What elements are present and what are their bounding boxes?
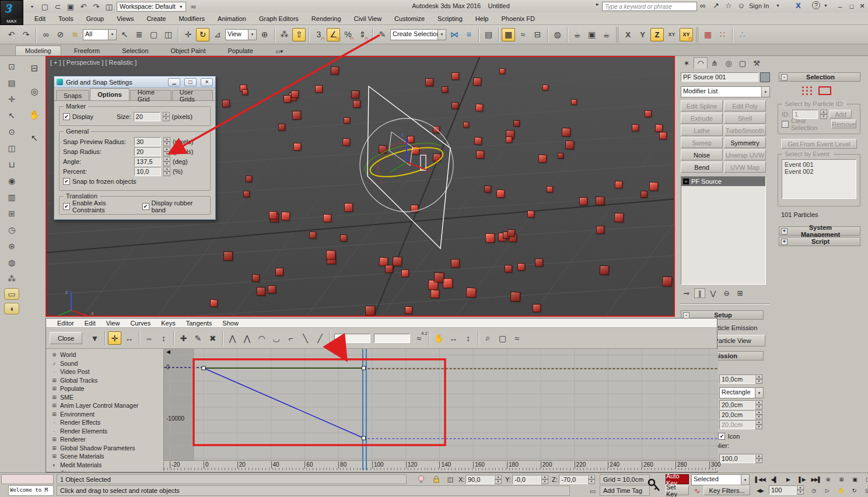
pin-stack-icon[interactable]: ⊸ [681,288,692,298]
float-tool-cursor-icon[interactable]: ↖ [27,131,42,146]
track-video-post[interactable]: ·Video Post [46,368,163,376]
use-pivot-point-icon[interactable]: ⊕ [258,28,271,41]
new-file-icon[interactable]: ▢ [40,1,50,12]
add-button[interactable]: Add [830,110,852,118]
key-time-field[interactable] [334,334,370,343]
snap-row-field[interactable]: 30 [134,137,161,146]
event-item[interactable]: Event 002 [785,168,853,175]
set-tangents-custom-icon[interactable]: ⋀ [240,331,254,345]
zoom-horizontal-extents-icon[interactable]: ↔ [447,331,460,345]
height-field[interactable]: 20,0cm [719,410,755,419]
open-file-icon[interactable]: ⊂ [52,1,63,12]
left-tool-blob-yellow-icon[interactable]: ◖ [4,303,19,314]
delete-keys-icon[interactable]: ✖ [206,331,219,345]
track-anim-layer-control-manager[interactable]: ⊞Anim Layer Control Manager [46,401,163,410]
modify-tab-icon[interactable]: ◠ [694,57,708,69]
menu-civil-view[interactable]: Civil View [348,15,388,22]
dialog-tab-user-grids[interactable]: User Grids [172,90,213,100]
play-icon[interactable]: ▶ [782,474,794,485]
chevron-down-icon[interactable]: ▼ [776,4,780,8]
set-tangents-linear-icon[interactable]: ╲ [299,331,312,345]
dialog-tab-home-grid[interactable]: Home Grid [130,90,172,100]
scale-values-icon[interactable]: ↕ [157,331,170,345]
modifier-list-dropdown[interactable]: Modifier List▼ [681,86,770,97]
ribbon-tab-modeling[interactable]: Modeling [15,46,61,55]
add-keys-icon[interactable]: ✚ [177,331,190,345]
toolbar-overflow-icon[interactable]: ≂ [188,1,199,12]
clear-selection-checkbox[interactable] [782,121,789,128]
snap-toggle-3d-icon[interactable]: 3∩ [312,28,326,41]
event-list[interactable]: Event 001Event 002 [782,159,856,199]
keyboard-override-icon[interactable]: ⇧ [292,28,306,41]
dialog-close-button[interactable]: ✕ [201,78,213,86]
dialog-minimize-button[interactable]: ▁ [168,78,180,86]
scene-explorer-icon[interactable]: ▦ [502,28,515,41]
dialog-tab-options[interactable]: Options [90,88,130,100]
show-key-stats-icon[interactable]: ≈4.2 [412,331,426,345]
left-tool-select-icon[interactable]: ↖ [4,108,19,122]
snap-row-spinner[interactable]: ▲▼ [163,167,170,176]
zoom-value-extents-icon[interactable]: ↕ [461,331,475,345]
selection-rollout-header[interactable]: -Selection [779,72,860,82]
multiplier-field[interactable]: 100,0 [719,454,755,463]
create-tab-icon[interactable]: ✶ [680,57,694,69]
time-tag-icon[interactable]: ▭ [587,486,598,496]
curve-graph[interactable]: 0 -10000 ◀ [164,349,718,460]
zoom-region-icon[interactable]: ▢ [496,331,509,345]
track-medit-materials[interactable]: ◐Medit Materials [46,461,163,470]
go-to-start-icon[interactable]: ▌◀◀ [754,474,766,485]
modifier-stack[interactable]: +PF Source [681,176,766,285]
chevron-down-icon[interactable]: ▼ [108,30,116,40]
share-icon[interactable]: ↗ [713,1,719,10]
search-input[interactable] [602,2,697,11]
previous-frame-icon[interactable]: ◀▌ [768,474,780,485]
maximize-viewport-toggle-icon[interactable]: ◱ [861,485,868,496]
dialog-tab-snaps[interactable]: Snaps [56,90,89,100]
key-filters-button[interactable]: Key Filters... [704,485,750,495]
frame-spinner[interactable]: ▲▼ [797,485,804,495]
rotate-gizmo[interactable]: z [341,75,510,285]
curve-menu-keys[interactable]: Keys [156,320,180,327]
axis-y-button[interactable]: Y [636,28,649,41]
y-coord-spinner[interactable]: ▲▼ [541,475,548,484]
curve-menu-edit[interactable]: Edit [79,320,101,327]
edit-named-selection-sets-icon[interactable]: ✎ [376,28,389,41]
working-pivot-icon[interactable]: ▦ [701,28,715,41]
modifier-button-symmetry[interactable]: Symmetry [724,137,766,148]
left-tool-cylinder-icon[interactable]: ⊔ [4,158,19,171]
menu-help[interactable]: Help [469,15,495,22]
set-tangents-auto-icon[interactable]: ⋀ [226,331,239,345]
menu-tools[interactable]: Tools [52,15,80,22]
slide-keys-icon[interactable]: ↔ [123,331,136,345]
axis-constraints-checkbox[interactable]: ✔ [63,203,70,210]
workspace-dropdown[interactable]: Workspace: Default▼ [117,2,186,12]
size-spinner[interactable]: ▲▼ [163,112,170,121]
set-tangents-smooth-icon[interactable]: ╱ [313,331,327,345]
minimize-button[interactable]: – [835,2,845,10]
modifier-button-lathe[interactable]: Lathe [681,125,723,136]
menu-modifiers[interactable]: Modifiers [172,15,211,22]
layer-manager-icon[interactable]: ▤ [482,28,495,41]
curve-menu-editor[interactable]: Editor [52,320,79,327]
float-tool-monitor-icon[interactable]: ⊟ [27,61,42,76]
snap-use-axis-constraints-icon[interactable]: XY∩ [680,28,693,41]
orbit-icon[interactable]: ↻ [848,485,860,496]
multiplier-spinner[interactable]: ▲▼ [755,454,762,463]
track-render-effects[interactable]: ·Render Effects [46,418,163,427]
auto-key-button[interactable]: Auto Key [666,474,689,484]
playback-mode-icon[interactable]: ▷ [821,485,834,496]
named-selection-sets-dropdown[interactable]: Create Selection Se▼ [390,29,446,40]
icon-checkbox[interactable]: ✔ [718,433,725,440]
track-tree[interactable]: ⊛World♪Sound·Video Post⊞Global Tracks⊞Po… [46,349,164,471]
select-particle-icon[interactable] [802,86,813,95]
project-folder-icon[interactable]: ◫ [104,1,114,12]
axis-xy-button[interactable]: XY [665,28,678,41]
rendered-frame-window-icon[interactable]: ▣ [585,28,598,41]
left-tool-sphere-icon[interactable]: ⊙ [4,125,19,138]
sign-in-link[interactable]: Sign In [749,2,769,9]
time-configuration-icon[interactable]: ◷ [807,485,820,496]
length-field[interactable]: 10,0cm [719,374,755,384]
axis-z-button[interactable]: Z [650,28,664,41]
track-populate[interactable]: ⊞Populate [46,384,163,393]
next-frame-icon[interactable]: ▌▶ [796,474,808,485]
